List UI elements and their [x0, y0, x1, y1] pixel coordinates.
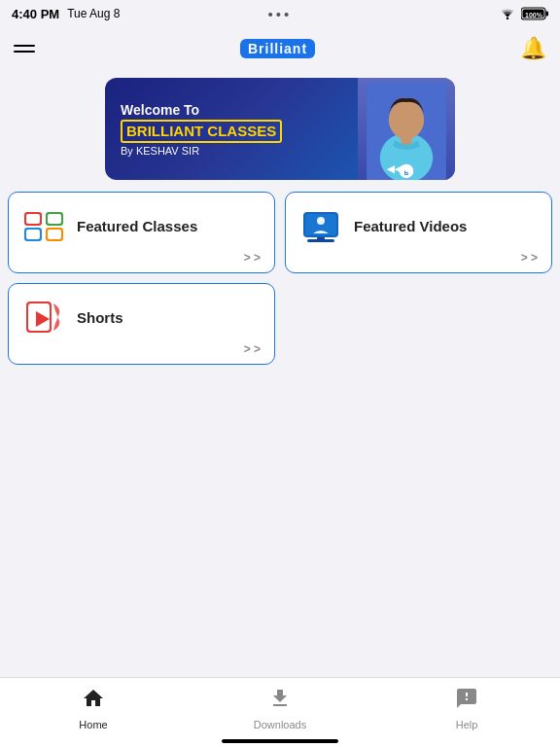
svg-rect-18 [48, 230, 61, 239]
help-label: Help [456, 719, 478, 730]
nav-help[interactable]: Help [373, 687, 560, 738]
home-label: Home [79, 719, 107, 730]
featured-videos-card[interactable]: Featured Videos > > [285, 192, 552, 273]
downloads-label: Downloads [254, 719, 306, 730]
home-icon [82, 687, 105, 716]
featured-classes-label: Featured Classes [77, 218, 197, 234]
shorts-label: Shorts [77, 309, 123, 326]
featured-classes-icon [22, 204, 65, 247]
banner-rewind-icon: ◀◀◀ [387, 163, 426, 174]
banner-card: Welcome To BRILLIANT CLASSES By KESHAV S… [105, 78, 455, 180]
svg-rect-2 [546, 12, 549, 17]
svg-point-0 [507, 18, 508, 19]
status-time: 4:40 PM [12, 7, 59, 21]
svg-point-21 [317, 217, 325, 225]
banner-welcome-text: Welcome To [121, 102, 342, 118]
top-nav: Brilliant 🔔 [0, 27, 560, 70]
wifi-icon [500, 8, 515, 19]
hero-banner: Welcome To BRILLIANT CLASSES By KESHAV S… [0, 70, 560, 192]
bottom-nav: Home Downloads Help [0, 677, 560, 747]
svg-rect-14 [48, 214, 61, 224]
cards-grid: Featured Classes > > Featured Videos [0, 192, 560, 365]
banner-person-image: B ◀◀◀ [358, 78, 455, 180]
banner-by-text: By KESHAV SIR [121, 145, 342, 157]
shorts-icon [22, 296, 65, 338]
svg-point-7 [389, 100, 424, 139]
help-icon [455, 687, 478, 716]
nav-home[interactable]: Home [0, 687, 187, 738]
status-date: Tue Aug 8 [67, 7, 120, 20]
featured-classes-card[interactable]: Featured Classes > > [8, 192, 275, 273]
logo-text: Brilliant [248, 41, 307, 56]
notification-bell-button[interactable]: 🔔 [520, 36, 546, 61]
featured-videos-content: Featured Videos [299, 204, 538, 247]
featured-classes-arrow: > > [22, 251, 261, 265]
featured-videos-icon [299, 204, 342, 247]
banner-text: Welcome To BRILLIANT CLASSES By KESHAV S… [105, 90, 358, 168]
featured-videos-arrow: > > [299, 251, 538, 265]
banner-brand-text: BRILLIANT CLASSES [121, 120, 282, 143]
hamburger-button[interactable] [14, 45, 35, 53]
shorts-content: Shorts [22, 296, 261, 338]
battery-icon: 100% [521, 7, 548, 20]
status-bar: 4:40 PM Tue Aug 8 ••• 100% [0, 0, 560, 27]
nav-downloads[interactable]: Downloads [187, 687, 373, 738]
home-indicator-bar [222, 739, 338, 743]
svg-text:100%: 100% [525, 12, 543, 18]
featured-videos-label: Featured Videos [354, 218, 467, 234]
shorts-card[interactable]: Shorts > > [8, 283, 275, 365]
featured-classes-content: Featured Classes [22, 204, 261, 247]
downloads-icon [268, 687, 292, 716]
status-icons: 100% [500, 7, 548, 20]
dots-menu: ••• [268, 6, 293, 22]
svg-rect-12 [26, 214, 40, 224]
logo: Brilliant [240, 39, 315, 58]
svg-rect-16 [26, 230, 40, 239]
svg-rect-23 [317, 237, 325, 240]
shorts-arrow: > > [22, 342, 261, 356]
